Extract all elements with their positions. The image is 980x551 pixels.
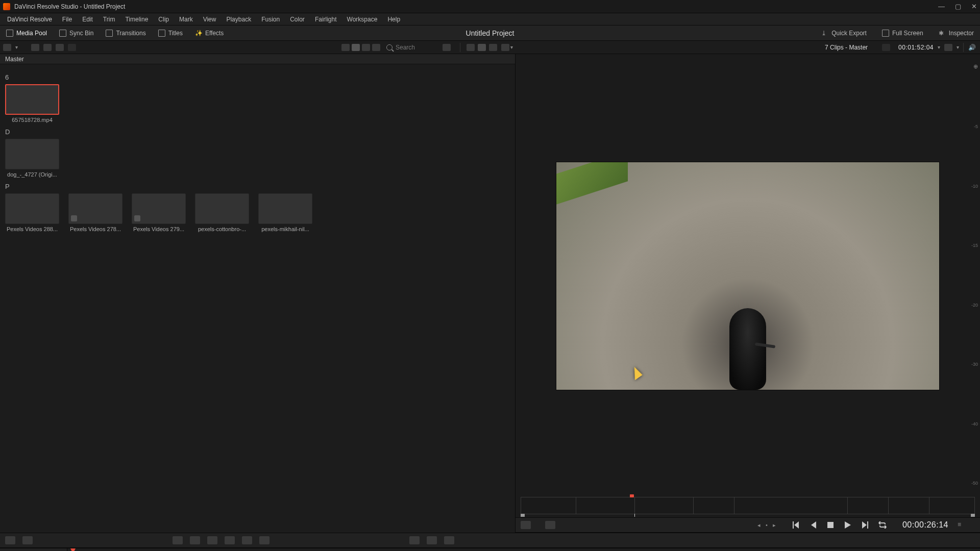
- effects-label: Effects: [205, 30, 224, 37]
- close-button[interactable]: ✕: [971, 3, 977, 10]
- viewer-canvas-wrap: ⊕ -5 -10 -15 -20 -30 -40 -50: [516, 54, 980, 495]
- full-screen-button[interactable]: Full Screen: [880, 29, 925, 38]
- speaker-icon[interactable]: 🔊: [968, 44, 976, 51]
- range-handle-right[interactable]: [971, 514, 975, 517]
- boring-detector-icon[interactable]: [5, 536, 15, 544]
- bin-list-icon[interactable]: [3, 44, 11, 51]
- menu-color[interactable]: Color: [285, 13, 310, 26]
- subbar: ▾ ▾ 7 Clips - Master 00:01:52:04 ▾ ▾ 🔊: [0, 41, 980, 54]
- full-screen-label: Full Screen: [892, 30, 923, 37]
- viewer-canvas[interactable]: [556, 162, 940, 390]
- transitions-toggle[interactable]: Transitions: [104, 29, 148, 38]
- in-point-marker[interactable]: [630, 494, 634, 497]
- smart-insert-icon[interactable]: [521, 521, 531, 529]
- jog-dot-icon[interactable]: •: [766, 522, 768, 528]
- app-icon: [3, 3, 10, 10]
- menu-view[interactable]: View: [198, 13, 222, 26]
- menu-fairlight[interactable]: Fairlight: [310, 13, 342, 26]
- clip-thumbnail: [258, 193, 312, 224]
- viewer-mode-a-icon[interactable]: [467, 44, 475, 51]
- meter-label: -5: [968, 124, 978, 129]
- import-folder-icon[interactable]: [43, 44, 52, 51]
- maximize-button[interactable]: ▢: [955, 3, 961, 10]
- clip-item[interactable]: pexels-mikhail-nil...: [258, 193, 312, 232]
- clip-item[interactable]: Pexels Videos 279...: [132, 193, 186, 232]
- scrubber-track[interactable]: [521, 497, 975, 514]
- range-handle-left[interactable]: [521, 514, 525, 517]
- clip-item[interactable]: Pexels Videos 288...: [5, 193, 59, 232]
- menu-playback[interactable]: Playback: [221, 13, 256, 26]
- media-pool-toggle[interactable]: Media Pool: [4, 29, 49, 38]
- minimize-button[interactable]: —: [938, 3, 945, 10]
- menu-fusion[interactable]: Fusion: [256, 13, 285, 26]
- place-on-top-icon[interactable]: [242, 536, 252, 544]
- menu-help[interactable]: Help: [382, 13, 405, 26]
- sync-bin-icon: [59, 30, 66, 37]
- audio-badge-icon: [71, 215, 77, 221]
- menu-clip[interactable]: Clip: [153, 13, 174, 26]
- inspector-toggle[interactable]: ✱Inspector: [937, 29, 976, 38]
- overwrite-icon[interactable]: [190, 536, 200, 544]
- viewer-mode-c-icon[interactable]: [489, 44, 497, 51]
- go-to-end-button[interactable]: [861, 521, 870, 529]
- metadata-view-icon[interactable]: [341, 44, 350, 51]
- chevron-down-icon[interactable]: ▾: [957, 44, 959, 50]
- scrubber: [516, 495, 980, 517]
- effects-toggle[interactable]: ✨Effects: [193, 29, 226, 38]
- clip-thumbnail: [195, 193, 249, 224]
- tool-a-icon[interactable]: [409, 536, 420, 544]
- go-to-start-button[interactable]: [791, 521, 800, 529]
- titles-toggle[interactable]: Titles: [156, 29, 185, 38]
- timeline-body[interactable]: 01:00:00:00 01:00:10:00 01:00:20:00 01:0…: [67, 548, 980, 551]
- bypass-icon[interactable]: [944, 44, 952, 51]
- tool-c-icon[interactable]: [444, 536, 454, 544]
- jog-right-icon[interactable]: ▸: [773, 522, 776, 529]
- loop-button[interactable]: [878, 521, 887, 529]
- insert-icon[interactable]: [173, 536, 183, 544]
- safe-area-icon[interactable]: [882, 44, 890, 51]
- menu-file[interactable]: File: [57, 13, 77, 26]
- clip-item[interactable]: 657518728.mp4: [5, 84, 59, 123]
- refresh-icon[interactable]: [56, 44, 64, 51]
- bin-path[interactable]: Master: [0, 54, 515, 64]
- clip-item[interactable]: dog_-_4727 (Origi...: [5, 139, 59, 178]
- chevron-down-icon[interactable]: ▾: [15, 44, 18, 50]
- thumbnail-view-icon[interactable]: [352, 44, 360, 51]
- import-media-icon[interactable]: [31, 44, 39, 51]
- tool-b-icon[interactable]: [427, 536, 437, 544]
- step-back-button[interactable]: [808, 521, 818, 529]
- split-clip-icon[interactable]: [22, 536, 33, 544]
- strip-view-icon[interactable]: [362, 44, 370, 51]
- clip-name: Pexels Videos 279...: [132, 226, 186, 232]
- append-icon[interactable]: [545, 521, 555, 529]
- source-overwrite-icon[interactable]: [259, 536, 270, 544]
- timeline-options-icon[interactable]: ≡: [958, 521, 968, 529]
- clip-item[interactable]: Pexels Videos 278...: [68, 193, 122, 232]
- menu-davinci-resolve[interactable]: DaVinci Resolve: [2, 13, 57, 26]
- preview-content: [729, 308, 766, 390]
- menu-trim[interactable]: Trim: [98, 13, 120, 26]
- viewer-mode-b-icon[interactable]: [478, 44, 486, 51]
- play-button[interactable]: [843, 521, 852, 529]
- menu-timeline[interactable]: Timeline: [120, 13, 153, 26]
- timeline-ruler-upper[interactable]: 01:00:00:00 01:00:10:00 01:00:20:00 01:0…: [67, 548, 980, 551]
- quick-export-button[interactable]: ⤓Quick Export: [819, 29, 869, 38]
- fit-to-fill-icon[interactable]: [225, 536, 235, 544]
- sort-icon[interactable]: [443, 44, 451, 51]
- search-input[interactable]: [396, 44, 436, 51]
- clip-item[interactable]: pexels-cottonbro-...: [195, 193, 249, 232]
- chevron-down-icon[interactable]: ▾: [938, 44, 940, 50]
- menu-workspace[interactable]: Workspace: [342, 13, 383, 26]
- list-view-icon[interactable]: [372, 44, 380, 51]
- menu-mark[interactable]: Mark: [174, 13, 198, 26]
- action-icon[interactable]: [68, 44, 76, 51]
- stop-button[interactable]: [826, 521, 835, 529]
- chevron-down-icon[interactable]: ▾: [510, 44, 513, 50]
- media-pool-label: Media Pool: [16, 30, 47, 37]
- menu-edit[interactable]: Edit: [77, 13, 98, 26]
- sync-bin-toggle[interactable]: Sync Bin: [57, 29, 95, 38]
- viewer-options-icon[interactable]: [501, 44, 509, 51]
- replace-icon[interactable]: [207, 536, 217, 544]
- upper-playhead[interactable]: [70, 548, 76, 551]
- jog-left-icon[interactable]: ◂: [757, 522, 761, 529]
